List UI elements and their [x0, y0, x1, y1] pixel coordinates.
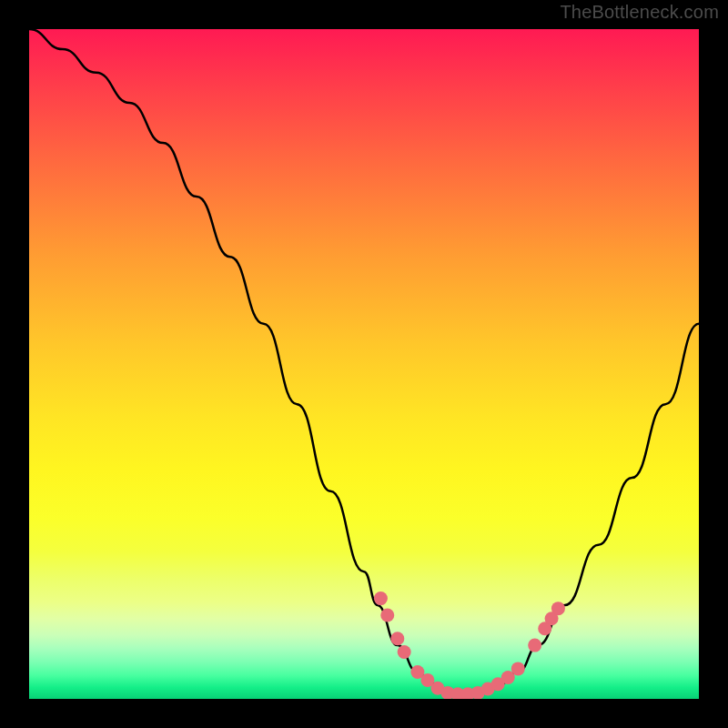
curve-dots-group — [374, 592, 565, 699]
curve-dot — [390, 632, 404, 645]
plot-area — [29, 29, 699, 699]
curve-dot — [551, 602, 565, 615]
watermark-text: TheBottleneck.com — [560, 2, 719, 23]
curve-dot — [511, 662, 525, 675]
curve-dot — [380, 609, 394, 622]
curve-dot — [398, 645, 411, 659]
curve-dot — [374, 592, 388, 605]
chart-frame: TheBottleneck.com — [0, 0, 728, 728]
bottleneck-curve — [29, 29, 699, 694]
chart-svg — [29, 29, 699, 699]
curve-dot — [528, 639, 541, 652]
